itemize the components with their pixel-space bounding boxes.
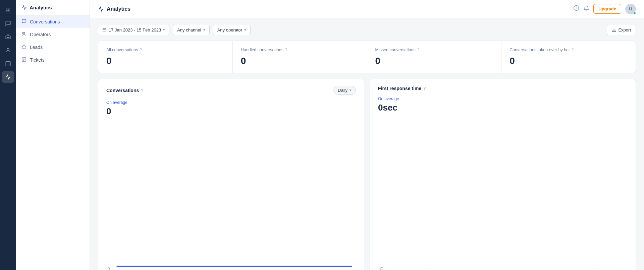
svg-rect-16 <box>103 28 106 32</box>
page-title: Analytics <box>107 6 130 12</box>
export-label: Export <box>618 27 631 32</box>
stat-card-all: All conversations ? 0 <box>98 41 233 73</box>
stats-row: All conversations ? 0 Handled conversati… <box>98 41 636 73</box>
top-header: Analytics Upgrade U <box>90 0 644 18</box>
leads-icon <box>21 44 26 50</box>
help-frt-chart-icon[interactable]: ? <box>423 86 426 91</box>
first-response-chart-title: First response time ? <box>378 86 426 91</box>
svg-rect-0 <box>6 36 10 39</box>
help-all-icon[interactable]: ? <box>140 48 142 52</box>
tickets-icon <box>21 57 26 63</box>
sidebar-icons: ⊞ <box>0 0 16 270</box>
conversations-icon <box>21 19 26 25</box>
svg-point-3 <box>7 48 9 50</box>
svg-text:0: 0 <box>380 266 383 270</box>
nav-item-operators[interactable]: Operators <box>16 28 90 41</box>
svg-point-1 <box>7 37 8 38</box>
date-range-chevron: ▾ <box>163 28 165 32</box>
first-response-chart-header: First response time ? <box>378 86 628 91</box>
stat-label-missed: Missed conversations ? <box>375 48 493 52</box>
chat-icon[interactable] <box>2 17 14 29</box>
operators-label: Operators <box>30 32 51 37</box>
conversations-chart-card: Conversations ? Daily ▾ On average 0 0 <box>98 79 364 270</box>
stat-value-all: 0 <box>106 56 224 66</box>
operator-filter[interactable]: Any operator ▾ <box>213 25 251 35</box>
frt-avg-value: 0sec <box>378 103 628 113</box>
nav-item-tickets[interactable]: Tickets <box>16 54 90 66</box>
tickets-label: Tickets <box>30 57 45 63</box>
header-analytics-icon <box>98 6 104 12</box>
upgrade-button[interactable]: Upgrade <box>593 4 621 14</box>
stat-value-bot: 0 <box>509 56 628 66</box>
svg-point-2 <box>8 37 9 38</box>
nav-item-conversations[interactable]: Conversations <box>16 15 90 28</box>
main-area: Analytics Upgrade U 17 Jan 2023 - 15 Feb… <box>90 0 644 270</box>
date-range-label: 17 Jan 2023 - 15 Feb 2023 <box>109 27 161 32</box>
first-response-chart-card: First response time ? On average 0sec 0 … <box>370 79 636 270</box>
svg-marker-9 <box>22 45 26 49</box>
help-missed-icon[interactable]: ? <box>417 48 420 52</box>
period-label: Daily <box>338 88 347 93</box>
period-chevron: ▾ <box>350 88 352 92</box>
date-range-filter[interactable]: 17 Jan 2023 - 15 Feb 2023 ▾ <box>98 25 169 35</box>
filter-bar: 17 Jan 2023 - 15 Feb 2023 ▾ Any channel … <box>98 25 636 35</box>
stat-card-missed: Missed conversations ? 0 <box>367 41 502 73</box>
stat-card-bot: Conversations taken over by bot ? 0 <box>501 41 636 73</box>
operators-icon <box>21 31 26 38</box>
analytics-nav-icon <box>21 5 27 10</box>
download-icon <box>612 28 616 32</box>
top-header-right: Upgrade U <box>573 4 636 14</box>
content-area: 17 Jan 2023 - 15 Feb 2023 ▾ Any channel … <box>90 18 644 270</box>
left-nav-header: Analytics <box>16 0 90 15</box>
stat-label-handled: Handled conversations ? <box>241 48 359 52</box>
contacts-icon[interactable] <box>2 44 14 56</box>
operator-chevron: ▾ <box>244 28 246 32</box>
period-selector[interactable]: Daily ▾ <box>333 86 356 95</box>
export-button[interactable]: Export <box>607 25 636 35</box>
operator-label: Any operator <box>217 27 242 32</box>
stat-label-bot: Conversations taken over by bot ? <box>509 48 628 52</box>
calendar-icon <box>102 28 107 32</box>
stat-value-handled: 0 <box>241 56 359 66</box>
nav-item-leads[interactable]: Leads <box>16 41 90 54</box>
channel-chevron: ▾ <box>203 28 205 32</box>
stat-label-all: All conversations ? <box>106 48 224 52</box>
leads-label: Leads <box>30 45 43 50</box>
svg-point-8 <box>23 32 25 34</box>
conversations-chart-header: Conversations ? Daily ▾ <box>106 86 356 95</box>
conversations-chart-title: Conversations ? <box>106 88 144 93</box>
help-handled-icon[interactable]: ? <box>285 48 287 52</box>
help-icon[interactable] <box>573 5 579 13</box>
frt-bar-chart: 0 <box>378 118 628 270</box>
conversations-label: Conversations <box>30 19 60 24</box>
analytics-icon[interactable] <box>2 71 14 83</box>
svg-text:0: 0 <box>108 266 110 270</box>
frt-on-average-label: On average <box>378 96 628 101</box>
online-status-dot <box>633 12 636 14</box>
charts-row: Conversations ? Daily ▾ On average 0 0 <box>98 79 636 270</box>
top-header-left: Analytics <box>98 6 130 12</box>
stat-card-handled: Handled conversations ? 0 <box>233 41 367 73</box>
frt-chart-area: 0 0 - 30sec 30 - 60sec 1 - 5min 5 - 15mi… <box>378 118 628 270</box>
reports-icon[interactable] <box>2 58 14 70</box>
conversations-avg-value: 0 <box>106 106 356 117</box>
conversations-chart-area: 0 Jan 17 Jan 21 Jan 25 Jan 29 Feb 2 Feb … <box>106 122 356 270</box>
left-nav: Analytics Conversations Operators Leads … <box>16 0 90 270</box>
conversations-on-average-label: On average <box>106 100 356 105</box>
avatar[interactable]: U <box>625 4 636 14</box>
help-conv-chart-icon[interactable]: ? <box>141 88 143 93</box>
conversations-line-chart: 0 <box>106 122 356 270</box>
notification-icon[interactable] <box>583 5 589 13</box>
help-bot-icon[interactable]: ? <box>572 48 574 52</box>
stat-value-missed: 0 <box>375 56 493 66</box>
bot-icon[interactable] <box>2 31 14 43</box>
home-icon[interactable]: ⊞ <box>2 4 14 16</box>
left-nav-title: Analytics <box>30 5 52 10</box>
channel-label: Any channel <box>177 27 201 32</box>
channel-filter[interactable]: Any channel ▾ <box>173 25 210 35</box>
